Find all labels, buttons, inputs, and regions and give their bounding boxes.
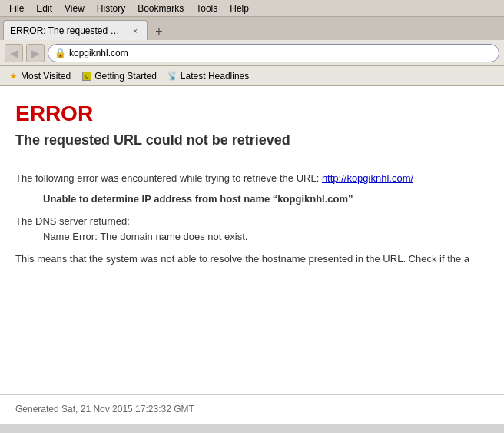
error-subtitle: The requested URL could not be retrieved bbox=[15, 132, 489, 158]
body-intro-text: The following error was encountered whil… bbox=[15, 172, 319, 184]
bookmark-getting-started[interactable]: g Getting Started bbox=[78, 69, 160, 83]
bookmark-getting-started-label: Getting Started bbox=[94, 71, 157, 82]
rss-icon: 📡 bbox=[167, 71, 178, 82]
generated-timestamp: Generated Sat, 21 Nov 2015 17:23:32 GMT bbox=[15, 404, 194, 415]
tab-bar: ERROR: The requested URL could ... × + bbox=[0, 17, 504, 40]
bookmark-most-visited-label: Most Visited bbox=[21, 71, 71, 82]
error-body: The following error was encountered whil… bbox=[15, 171, 489, 268]
menu-view[interactable]: View bbox=[58, 2, 91, 15]
page-content: ERROR The requested URL could not be ret… bbox=[0, 86, 504, 394]
address-input[interactable] bbox=[69, 48, 492, 58]
forward-button[interactable]: ▶ bbox=[26, 44, 45, 62]
navigation-bar: ◀ ▶ 🔒 bbox=[0, 40, 504, 66]
address-icon: 🔒 bbox=[55, 48, 66, 58]
menu-edit[interactable]: Edit bbox=[30, 2, 58, 15]
bookmarks-bar: ★ Most Visited g Getting Started 📡 Lates… bbox=[0, 66, 504, 86]
bookmark-latest-headlines-label: Latest Headlines bbox=[181, 71, 249, 82]
ip-error-text: Unable to determine IP address from host… bbox=[43, 193, 353, 205]
menu-tools[interactable]: Tools bbox=[190, 2, 224, 15]
getting-started-icon: g bbox=[81, 71, 92, 82]
tab-title: ERROR: The requested URL could ... bbox=[10, 25, 125, 36]
resolution-text: This means that the system was not able … bbox=[15, 253, 469, 265]
bookmark-latest-headlines[interactable]: 📡 Latest Headlines bbox=[164, 69, 252, 83]
most-visited-icon: ★ bbox=[8, 71, 18, 82]
tab-close-button[interactable]: × bbox=[130, 25, 141, 36]
error-title: ERROR bbox=[15, 102, 489, 126]
new-tab-button[interactable]: + bbox=[151, 23, 167, 40]
menu-bookmarks[interactable]: Bookmarks bbox=[131, 2, 190, 15]
url-link[interactable]: http://kopgiknhl.com/ bbox=[322, 172, 413, 184]
name-error-text: Name Error: The domain name does not exi… bbox=[43, 231, 247, 242]
bookmark-most-visited[interactable]: ★ Most Visited bbox=[5, 69, 74, 83]
menu-file[interactable]: File bbox=[3, 2, 30, 15]
back-button[interactable]: ◀ bbox=[5, 44, 23, 62]
menu-bar: File Edit View History Bookmarks Tools H… bbox=[0, 0, 504, 17]
menu-help[interactable]: Help bbox=[224, 2, 255, 15]
active-tab[interactable]: ERROR: The requested URL could ... × bbox=[3, 20, 148, 40]
generated-footer: Generated Sat, 21 Nov 2015 17:23:32 GMT bbox=[0, 394, 504, 424]
dns-label: The DNS server returned: bbox=[15, 215, 130, 227]
menu-history[interactable]: History bbox=[91, 2, 131, 15]
address-bar-container: 🔒 bbox=[48, 44, 499, 62]
